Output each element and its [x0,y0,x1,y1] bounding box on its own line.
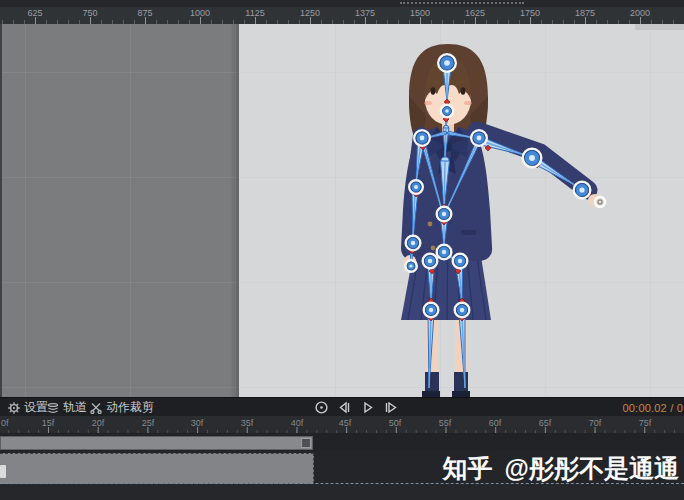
viewport-canvas[interactable] [0,24,684,397]
ruler-label: 50f [389,418,402,428]
ruler-label: 75f [639,418,652,428]
sock-left [425,372,439,394]
watermark-site: 知乎 [443,452,493,485]
ruler-label: 35f [241,418,254,428]
eye-left [431,87,436,95]
ruler-label: 15f [42,418,55,428]
blazer-button [431,246,436,251]
joint-center [445,109,449,113]
ruler-label: 625 [27,8,42,18]
timeline-scrollbar[interactable] [0,436,313,450]
track-label: 轨道 [63,399,87,416]
joint-center [444,60,450,66]
step-back-button[interactable] [337,400,352,415]
ruler-label: 2000 [630,8,650,18]
ruler-label: 25f [142,418,155,428]
joint-center [529,155,535,161]
scene-svg [0,24,684,397]
animation-clip[interactable] [0,453,314,484]
joint-center [428,259,432,263]
ruler-label: 60f [489,418,502,428]
transport-controls [314,398,398,417]
ruler-label: 40f [291,418,304,428]
ruler-label: 30f [191,418,204,428]
ruler-label: 1750 [520,8,540,18]
layers-icon [47,402,59,414]
timeline-scroll-row [0,433,684,451]
timeline-toolbar: 设置 轨道 动作裁剪 [0,397,684,417]
bone-axis [444,161,445,210]
scrollbar-resize-handle[interactable] [301,438,311,448]
ruler-label: 1250 [300,8,320,18]
play-button[interactable] [360,400,375,415]
ruler-label: 875 [137,8,152,18]
clip-label-fragment [0,465,6,478]
joint-center [429,308,433,312]
action-crop-button[interactable]: 动作裁剪 [90,398,154,417]
joint-center [420,136,425,141]
joint-center [411,241,415,245]
frame-ruler[interactable]: 0f15f20f25f30f35f40f45f50f55f60f65f70f75… [0,416,684,434]
timecode-display: 00:00.02 / 0 [622,398,683,417]
joint-center [458,259,462,263]
gear-icon [8,402,20,414]
joint-center [579,187,584,192]
go-to-start-button[interactable] [314,400,329,415]
track-button[interactable]: 轨道 [47,398,87,417]
ruler-label: 70f [589,418,602,428]
joint-center [442,250,446,254]
joint-center [460,308,464,312]
ruler-label: 1875 [575,8,595,18]
ruler-label: 1625 [465,8,485,18]
sock-right [454,372,468,394]
watermark: 知乎 @彤彤不是通通 [443,454,679,483]
ruler-label: 45f [339,418,352,428]
settings-label: 设置 [24,399,48,416]
joint-center [409,264,412,267]
joint-center [442,212,446,216]
step-forward-button[interactable] [383,400,398,415]
ruler-label: 1125 [245,8,264,18]
joint-center [414,185,418,189]
animation-editor-window: 6257508751000112512501375150016251750187… [0,0,684,500]
ruler-label: 20f [92,418,105,428]
blazer-pocket [461,230,476,235]
selection-dotted-line [400,2,524,4]
blush-right [464,101,472,105]
ruler-label: 55f [439,418,452,428]
blazer-button [428,222,433,227]
blush-left [424,101,432,105]
top-strip [0,0,684,7]
horizontal-ruler[interactable]: 6257508751000112512501375150016251750187… [0,7,684,25]
watermark-user: @彤彤不是通通 [505,452,679,485]
scissors-icon [90,402,102,414]
ruler-label: 1500 [410,8,430,18]
action-crop-label: 动作裁剪 [106,399,154,416]
ruler-label: 65f [539,418,552,428]
eye-right [461,87,466,95]
ruler-label: 0f [1,418,9,428]
bottom-strip [0,484,684,500]
ruler-label: 1375 [355,8,375,18]
ruler-label: 1000 [190,8,210,18]
ruler-label: 750 [82,8,97,18]
settings-button[interactable]: 设置 [8,398,48,417]
joint-center [477,136,482,141]
